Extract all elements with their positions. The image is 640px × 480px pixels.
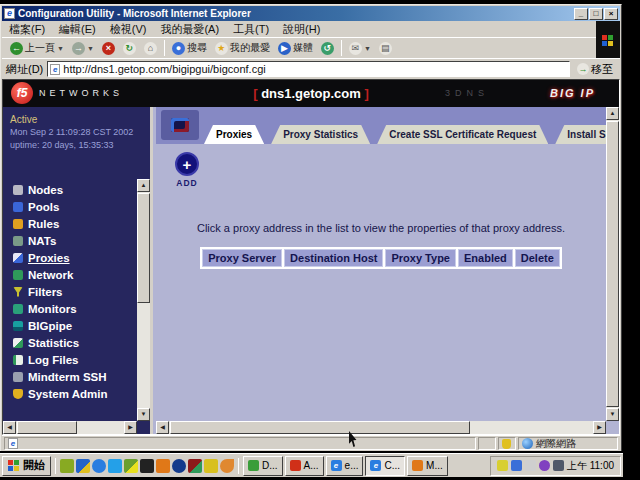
menu-tools[interactable]: 工具(T) — [226, 22, 276, 37]
forward-button[interactable]: → ▼ — [68, 41, 98, 56]
sidebar-item-proxies[interactable]: Proxies — [13, 249, 134, 266]
sidebar-item-statistics[interactable]: Statistics — [13, 334, 134, 351]
sidebar-item-pools[interactable]: Pools — [13, 198, 134, 215]
home-button[interactable]: ⌂ — [140, 41, 161, 56]
bigpipe-icon — [13, 321, 23, 331]
maximize-button[interactable]: □ — [589, 8, 603, 20]
scroll-down-icon[interactable]: ▼ — [137, 408, 150, 421]
column-header-proxy-server[interactable]: Proxy Server — [202, 249, 282, 267]
media-button[interactable]: ▶ 媒體 — [274, 40, 317, 56]
network-map-icon[interactable] — [161, 110, 199, 140]
quicklaunch-6-icon[interactable] — [140, 459, 154, 473]
sidebar-horizontal-scrollbar[interactable]: ◀ ▶ — [3, 421, 137, 434]
tray-1-icon[interactable] — [497, 460, 508, 471]
sidebar-item-nodes[interactable]: Nodes — [13, 181, 134, 198]
quicklaunch-11-icon[interactable] — [220, 459, 234, 473]
main-horizontal-scrollbar[interactable]: ◀ ▶ — [156, 421, 606, 434]
quicklaunch-9-icon[interactable] — [188, 459, 202, 473]
sidebar-item-bigpipe[interactable]: BIGpipe — [13, 317, 134, 334]
quicklaunch-2-icon[interactable] — [76, 459, 90, 473]
search-button[interactable]: ● 搜尋 — [168, 40, 211, 56]
scroll-up-icon[interactable]: ▲ — [606, 107, 619, 120]
task-button-5[interactable]: M... — [407, 456, 448, 476]
tab-proxies[interactable]: Proxies — [204, 125, 264, 144]
quicklaunch-1-icon[interactable] — [60, 459, 74, 473]
task-button-3[interactable]: ee... — [326, 456, 364, 476]
main-hscroll-thumb[interactable] — [170, 421, 470, 434]
scroll-right-icon[interactable]: ▶ — [593, 421, 606, 434]
menu-edit[interactable]: 編輯(E) — [52, 22, 103, 37]
print-icon: ▤ — [379, 42, 392, 55]
mail-dropdown-icon[interactable]: ▼ — [364, 45, 371, 52]
sidebar-item-mindterm-ssh[interactable]: Mindterm SSH — [13, 368, 134, 385]
main-scroll-thumb[interactable] — [606, 121, 619, 407]
status-message-segment: e — [4, 437, 476, 450]
scroll-up-icon[interactable]: ▲ — [137, 179, 150, 192]
back-dropdown-icon[interactable]: ▼ — [57, 45, 64, 52]
tab-create-ssl-certificate-request[interactable]: Create SSL Certificate Request — [377, 125, 548, 144]
menu-view[interactable]: 檢視(V) — [103, 22, 154, 37]
sidebar-hscroll-thumb[interactable] — [17, 421, 77, 434]
tab-install-ssl-certificate[interactable]: Install SSL Certif — [555, 125, 606, 144]
scroll-down-icon[interactable]: ▼ — [606, 408, 619, 421]
tab-proxy-statistics[interactable]: Proxy Statistics — [271, 125, 370, 144]
quicklaunch-10-icon[interactable] — [204, 459, 218, 473]
taskbar-clock[interactable]: 上午 11:00 — [567, 459, 614, 473]
sidebar-item-network[interactable]: Network — [13, 266, 134, 283]
url-input[interactable] — [63, 63, 567, 75]
column-header-proxy-type[interactable]: Proxy Type — [385, 249, 456, 267]
favorites-button[interactable]: ★ 我的最愛 — [211, 40, 274, 56]
menu-favorites[interactable]: 我的最愛(A) — [153, 22, 226, 37]
sidebar-vertical-scrollbar[interactable]: ▲ ▼ — [137, 179, 150, 421]
quicklaunch-7-icon[interactable] — [156, 459, 170, 473]
task-5-icon — [412, 460, 423, 471]
scroll-left-icon[interactable]: ◀ — [3, 421, 16, 434]
add-proxy-control[interactable]: + ADD — [172, 152, 202, 188]
tray-4-icon[interactable] — [539, 460, 550, 471]
column-header-delete[interactable]: Delete — [515, 249, 560, 267]
system-tray: 上午 11:00 — [490, 456, 621, 476]
proxy-table: Proxy Server Destination Host Proxy Type… — [156, 247, 606, 269]
print-button[interactable]: ▤ — [375, 41, 396, 56]
stop-button[interactable]: × — [98, 41, 119, 56]
task-button-2[interactable]: A... — [285, 456, 324, 476]
go-button[interactable]: → 移至 — [574, 62, 616, 77]
log-files-icon — [13, 355, 23, 365]
scroll-left-icon[interactable]: ◀ — [156, 421, 169, 434]
sidebar-item-log-files[interactable]: Log Files — [13, 351, 134, 368]
menu-help[interactable]: 說明(H) — [276, 22, 327, 37]
sidebar-item-nats[interactable]: NATs — [13, 232, 134, 249]
sidebar-item-monitors[interactable]: Monitors — [13, 300, 134, 317]
quicklaunch-3-icon[interactable] — [92, 459, 106, 473]
tray-3-icon[interactable] — [525, 460, 536, 471]
url-box[interactable]: e — [47, 61, 570, 77]
sidebar-item-rules[interactable]: Rules — [13, 215, 134, 232]
minimize-button[interactable]: _ — [574, 8, 588, 20]
quicklaunch-8-icon[interactable] — [172, 459, 186, 473]
scroll-right-icon[interactable]: ▶ — [124, 421, 137, 434]
sidebar-scroll-thumb[interactable] — [137, 193, 150, 303]
sidebar-item-system-admin[interactable]: System Admin — [13, 385, 134, 402]
back-button[interactable]: ← 上一頁 ▼ — [6, 40, 68, 56]
tray-5-icon[interactable] — [553, 460, 564, 471]
task-button-1[interactable]: D... — [243, 456, 283, 476]
history-button[interactable]: ↺ — [317, 41, 338, 56]
column-header-enabled[interactable]: Enabled — [458, 249, 513, 267]
start-button[interactable]: 開始 — [2, 456, 51, 476]
menu-file[interactable]: 檔案(F) — [2, 22, 52, 37]
status-uptime: uptime: 20 days, 15:35:33 — [10, 139, 133, 152]
mail-button[interactable]: ✉ ▼ — [345, 41, 375, 56]
column-header-destination-host[interactable]: Destination Host — [284, 249, 383, 267]
forward-dropdown-icon[interactable]: ▼ — [87, 45, 94, 52]
add-plus-icon[interactable]: + — [175, 152, 199, 176]
sidebar-item-filters[interactable]: Filters — [13, 283, 134, 300]
quicklaunch-4-icon[interactable] — [108, 459, 122, 473]
tray-2-icon[interactable] — [511, 460, 522, 471]
title-bar[interactable]: e Configuration Utility - Microsoft Inte… — [2, 6, 620, 21]
main-vertical-scrollbar[interactable]: ▲ ▼ — [606, 107, 619, 421]
mindterm-ssh-icon — [13, 372, 23, 382]
task-button-configuration-utility[interactable]: eC... — [365, 456, 405, 476]
refresh-button[interactable]: ↻ — [119, 41, 140, 56]
close-button[interactable]: × — [604, 8, 618, 20]
quicklaunch-5-icon[interactable] — [124, 459, 138, 473]
